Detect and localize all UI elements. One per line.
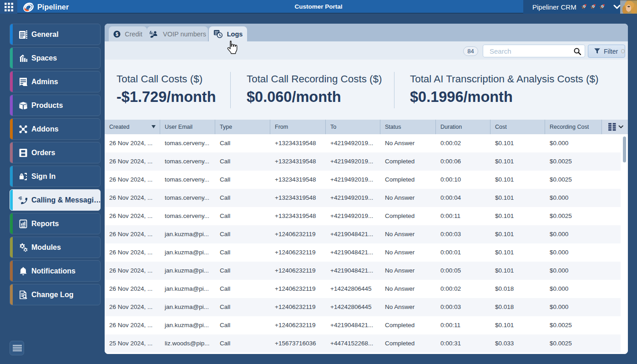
svg-text:$: $ xyxy=(116,31,118,36)
